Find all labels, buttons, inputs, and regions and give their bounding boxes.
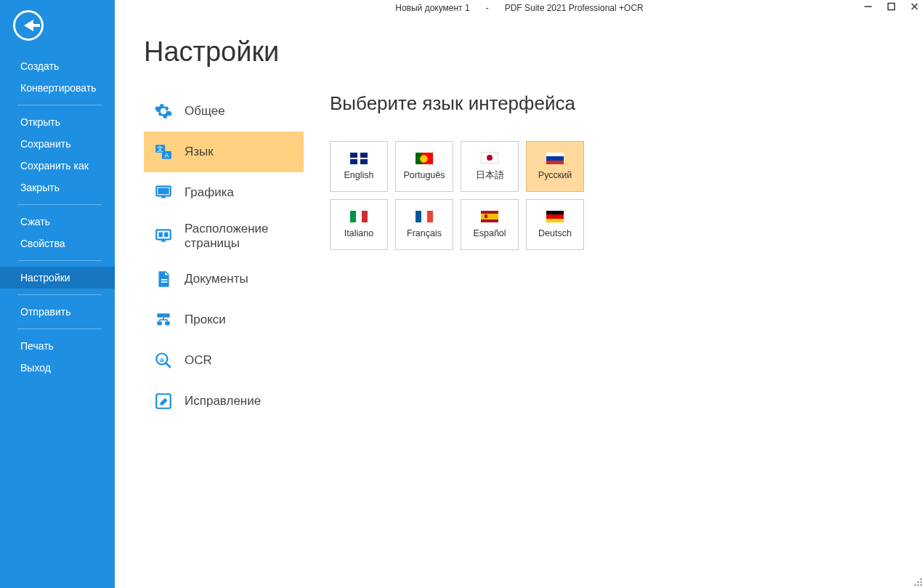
tab-page-layout[interactable]: Расположение страницы (144, 213, 304, 259)
monitor-icon (154, 183, 173, 202)
sidebar-item-settings[interactable]: Настройки (0, 267, 115, 289)
app-title: PDF Suite 2021 Professional +OCR (505, 3, 644, 13)
back-button[interactable] (13, 10, 44, 41)
panel-title: Выберите язык интерфейса (330, 92, 599, 115)
lang-english[interactable]: English (330, 141, 388, 192)
flag-it-icon (350, 211, 368, 222)
svg-rect-9 (158, 188, 169, 195)
sidebar-item-create[interactable]: Создать (0, 55, 115, 77)
sidebar-separator (17, 329, 102, 329)
flag-ru-icon (546, 153, 564, 164)
sidebar-item-label: Закрыть (20, 182, 60, 193)
tab-ocr[interactable]: a OCR (144, 340, 304, 381)
lang-russian[interactable]: Русский (526, 141, 584, 192)
ocr-icon: a (154, 351, 173, 370)
window-controls (863, 1, 920, 12)
sidebar-item-label: Сжать (20, 216, 50, 227)
sidebar-item-label: Отправить (20, 306, 70, 318)
title-bar: Новый документ 1 - PDF Suite 2021 Profes… (115, 0, 924, 16)
sidebar-separator (17, 204, 102, 205)
svg-text:a: a (160, 355, 164, 363)
lang-label: Português (404, 170, 445, 180)
flag-de-icon (546, 211, 564, 222)
maximize-button[interactable] (886, 1, 896, 12)
svg-text:A: A (164, 152, 169, 159)
sidebar-separator (17, 294, 102, 295)
lang-label: Italiano (344, 228, 373, 238)
proxy-icon (154, 310, 173, 329)
svg-rect-13 (159, 232, 163, 237)
lang-french[interactable]: Français (395, 199, 453, 250)
layout-icon (154, 227, 173, 246)
tab-label: Прокси (185, 313, 226, 327)
tab-graphics[interactable]: Графика (144, 172, 304, 213)
language-grid: English Português 日本語 Русский Italiano (330, 141, 599, 250)
lang-portuguese[interactable]: Português (395, 141, 453, 192)
tab-general[interactable]: Общее (144, 91, 304, 132)
flag-es-icon (481, 211, 498, 222)
document-icon (154, 270, 173, 289)
sidebar-item-label: Печать (20, 340, 54, 352)
flag-uk-icon (350, 153, 368, 164)
lang-italian[interactable]: Italiano (330, 199, 388, 250)
tab-proxy[interactable]: Прокси (144, 299, 304, 340)
tab-label: OCR (185, 353, 212, 368)
sidebar-item-label: Свойства (20, 238, 65, 249)
sidebar-item-close[interactable]: Закрыть (0, 177, 115, 198)
sidebar-item-label: Сохранить (20, 138, 71, 150)
sidebar-item-label: Настройки (20, 272, 70, 283)
tab-label: Графика (185, 185, 234, 200)
svg-rect-14 (164, 232, 168, 237)
close-button[interactable] (909, 1, 920, 12)
tab-documents[interactable]: Документы (144, 259, 304, 299)
sidebar-item-save-as[interactable]: Сохранить как (0, 155, 115, 177)
minimize-button[interactable] (863, 1, 873, 12)
sidebar-item-label: Открыть (20, 116, 60, 128)
resize-grip[interactable] (912, 576, 923, 587)
language-icon: 文A (154, 142, 173, 161)
sidebar-item-compress[interactable]: Сжать (0, 211, 115, 233)
sidebar-item-print[interactable]: Печать (0, 335, 115, 357)
lang-japanese[interactable]: 日本語 (461, 141, 519, 192)
svg-rect-20 (157, 321, 162, 325)
lang-label: Español (473, 228, 506, 238)
back-arrow-icon (24, 20, 33, 31)
lang-german[interactable]: Deutsch (526, 199, 584, 250)
tab-label: Общее (185, 104, 225, 118)
tab-label: Расположение страницы (185, 222, 296, 250)
svg-rect-18 (161, 281, 168, 283)
tab-correction[interactable]: Исправление (144, 381, 304, 422)
content-area: Настройки Общее 文A Язык Графика (115, 0, 924, 588)
sidebar-item-properties[interactable]: Свойства (0, 233, 115, 254)
lang-label: Deutsch (538, 228, 572, 238)
document-title: Новый документ 1 (395, 3, 469, 13)
svg-rect-21 (165, 321, 170, 325)
gear-icon (154, 102, 173, 121)
svg-rect-1 (888, 4, 895, 10)
flag-fr-icon (416, 211, 433, 222)
svg-rect-17 (161, 279, 168, 281)
settings-tabs: Общее 文A Язык Графика Расположение стран… (144, 91, 304, 422)
sidebar-item-label: Сохранить как (20, 160, 89, 172)
svg-rect-19 (157, 313, 169, 317)
tab-label: Документы (185, 272, 248, 286)
sidebar-separator (17, 105, 102, 105)
settings-panel: Выберите язык интерфейса English Portugu… (330, 91, 599, 422)
tab-label: Исправление (185, 394, 261, 408)
sidebar-separator (17, 260, 102, 261)
tab-language[interactable]: 文A Язык (144, 132, 304, 172)
sidebar-item-send[interactable]: Отправить (0, 301, 115, 323)
sidebar-item-open[interactable]: Открыть (0, 111, 115, 133)
sidebar-item-save[interactable]: Сохранить (0, 133, 115, 155)
page-title: Настройки (144, 36, 924, 68)
svg-line-27 (166, 363, 171, 368)
sidebar-item-convert[interactable]: Конвертировать (0, 77, 115, 99)
sidebar-item-label: Создать (20, 60, 59, 72)
lang-spanish[interactable]: Español (461, 199, 519, 250)
sidebar-item-exit[interactable]: Выход (0, 357, 115, 379)
correction-icon (154, 392, 173, 411)
tab-label: Язык (185, 145, 214, 159)
lang-label: 日本語 (476, 169, 504, 182)
file-sidebar: Создать Конвертировать Открыть Сохранить… (0, 0, 115, 588)
lang-label: Français (407, 228, 442, 238)
